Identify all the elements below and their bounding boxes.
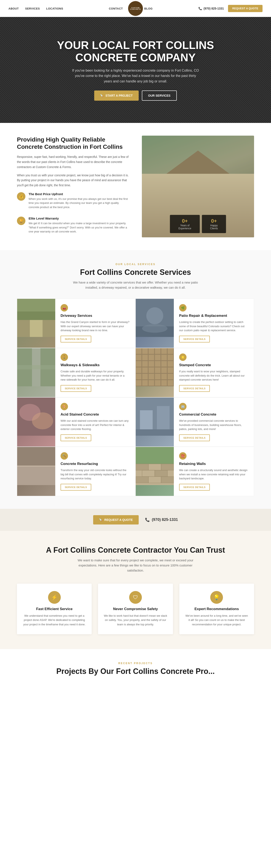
driveway-details-button[interactable]: SERVICE DETAILS [61,336,91,342]
nav-link-blog[interactable]: BLOG [144,7,153,10]
commercial-image [136,398,174,446]
svg-point-16 [146,307,163,324]
nav-link-contact[interactable]: CONTACT [109,7,123,10]
trust-card-fast: ⚡ Fast Efficient Service We understand t… [17,584,92,634]
nav-link-services[interactable]: SERVICES [25,7,40,10]
stamped-image [136,348,174,397]
patio-content: 🌿 Patio Repair & Replacement Looking to … [174,299,254,348]
retaining-icon: 🧱 [179,452,187,460]
service-card-acid: 🎨 Acid Stained Concrete With our acid st… [17,397,135,447]
stat-experience: 0+ Years of Experience [170,215,200,233]
expert-icon: 💡 [210,591,223,604]
nav-actions: 📞 (970) 825-1331 REQUEST A QUOTE [198,5,263,12]
resurfacing-image [17,447,55,496]
navigation: ABOUT SERVICES LOCATIONS CUSTOM CONCRETE… [0,0,271,17]
service-card-patio: 🌿 Patio Repair & Replacement Looking to … [135,299,254,348]
hero-services-button[interactable]: OUR SERVICES [142,91,177,101]
stats-overlay: 0+ Years of Experience 0+ Happy Clients [170,215,226,233]
price-icon: 💰 [17,192,25,201]
stamped-details-button[interactable]: SERVICE DETAILS [179,385,210,392]
acid-content: 🎨 Acid Stained Concrete With our acid st… [55,398,135,446]
about-image-container: 0+ Years of Experience 0+ Happy Clients [142,135,254,237]
svg-marker-9 [182,234,236,237]
patio-details-button[interactable]: SERVICE DETAILS [179,336,210,342]
svg-rect-42 [142,470,155,476]
safety-desc: We like to work hard but that doesn't me… [103,614,167,627]
about-para2: When you trust us with your concrete pro… [17,173,129,188]
retaining-details-button[interactable]: SERVICE DETAILS [179,484,210,491]
hero-section: YOUR LOCAL FORT COLLINS CONCRETE COMPANY… [0,17,271,123]
projects-title: Projects By Our Fort Collins Concrete Pr… [17,667,254,676]
walkway-details-button[interactable]: SERVICE DETAILS [61,385,91,392]
services-description: We have a wide variety of concrete servi… [72,280,199,290]
svg-rect-34 [17,466,55,485]
trust-title: A Fort Collins Concrete Contractor You C… [17,546,254,555]
nav-left-links: ABOUT SERVICES LOCATIONS [8,7,63,10]
phone-icon-cta: 📞 [145,518,150,522]
about-para1: Responsive, super fast, hard working, fr… [17,154,129,169]
service-card-stamped: ⭐ Stamped Concrete If you really want to… [135,348,254,397]
hero-start-button[interactable]: 🪚 START A PROJECT [94,91,139,101]
svg-point-27 [32,412,53,429]
warranty-icon: 🏆 [17,217,25,225]
svg-rect-40 [148,464,161,470]
feature-warranty-text: Elite Level Warranty We get it! It can b… [29,217,129,237]
svg-rect-46 [161,476,174,483]
projects-label: RECENT PROJECTS [17,662,254,665]
hero-title: YOUR LOCAL FORT COLLINS CONCRETE COMPANY [57,39,214,63]
resurfacing-icon: 🔨 [61,452,68,460]
acid-details-button[interactable]: SERVICE DETAILS [61,434,91,441]
svg-rect-41 [161,464,174,470]
retaining-content: 🧱 Retaining Walls We can create a struct… [174,447,254,496]
services-label: OUR LOCAL SERVICES [17,263,254,266]
svg-rect-37 [136,447,174,464]
trust-section: A Fort Collins Concrete Contractor You C… [0,531,271,649]
commercial-content: 🏢 Commercial Concrete We've provided com… [174,398,254,446]
svg-rect-24 [136,348,174,386]
nav-link-about[interactable]: ABOUT [8,7,19,10]
cta-quote-button[interactable]: 🪚 REQUEST A QUOTE [93,515,139,525]
nav-link-locations[interactable]: LOCATIONS [46,7,63,10]
svg-rect-14 [17,311,55,320]
driveway-image [17,299,55,348]
cta-bar: 🪚 REQUEST A QUOTE 📞 (970) 825-1331 [0,509,271,531]
svg-rect-43 [155,470,167,476]
walkway-image [17,348,55,397]
service-card-resurfacing: 🔨 Concrete Resurfacing Transform the way… [17,447,135,496]
fast-title: Fast Efficient Service [22,607,87,611]
services-title: Fort Collins Concrete Services [17,268,254,277]
safety-title: Never Compromise Safety [103,607,167,611]
expert-title: Expert Recommendations [184,607,249,611]
patio-icon: 🌿 [179,304,187,311]
driveway-content: 🚗 Driveway Services Has the Grand Canyon… [55,299,135,348]
svg-rect-31 [136,429,174,436]
svg-rect-21 [17,365,55,369]
expert-desc: We've been around for a long time, and w… [184,614,249,627]
svg-rect-45 [148,476,161,483]
about-text: Providing High Quality Reliable Concrete… [17,136,129,237]
trust-card-expert: 💡 Expert Recommendations We've been arou… [179,584,254,634]
services-grid: 🚗 Driveway Services Has the Grand Canyon… [17,299,254,496]
svg-rect-39 [136,464,148,470]
commercial-icon: 🏢 [179,403,187,410]
service-card-retaining: 🧱 Retaining Walls We can create a struct… [135,447,254,496]
resurfacing-details-button[interactable]: SERVICE DETAILS [61,484,91,491]
service-card-walkway: 🚶 Walkways & Sidewalks Create safe and d… [17,348,135,397]
feature-warranty: 🏆 Elite Level Warranty We get it! It can… [17,217,129,237]
nav-phone: 📞 (970) 825-1331 [198,7,224,10]
acid-image [17,398,55,446]
driveway-icon: 🚗 [61,304,68,311]
nav-quote-button[interactable]: REQUEST A QUOTE [228,5,263,12]
svg-rect-13 [30,320,42,337]
svg-rect-7 [167,189,180,201]
logo-circle: CUSTOM CONCRETE [128,1,143,16]
commercial-details-button[interactable]: SERVICE DETAILS [179,434,210,441]
fast-icon: ⚡ [48,591,61,604]
logo[interactable]: CUSTOM CONCRETE [128,1,143,16]
service-card-commercial: 🏢 Commercial Concrete We've provided com… [135,397,254,447]
about-heading: Providing High Quality Reliable Concrete… [17,136,129,150]
stat-clients: 0+ Happy Clients [202,215,226,233]
svg-rect-8 [216,189,230,201]
feature-price-text: The Best Price Upfront When you work wit… [29,192,129,213]
fast-desc: We understand that sometimes you need to… [22,614,87,627]
